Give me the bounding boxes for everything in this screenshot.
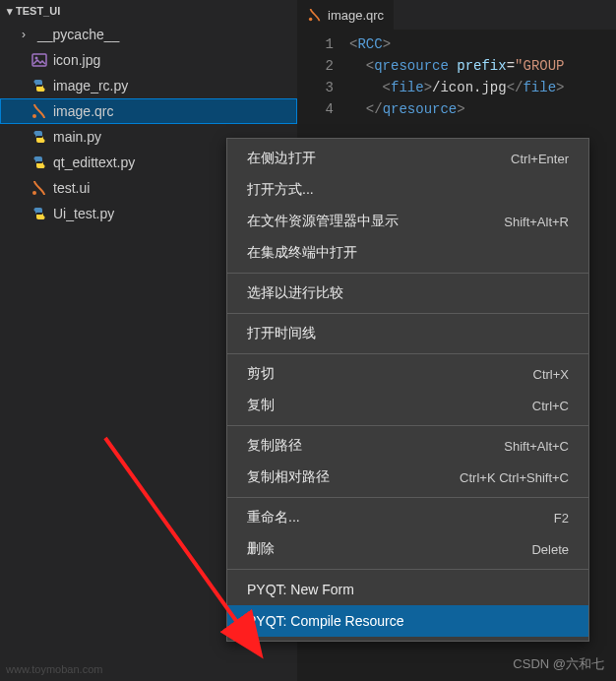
menu-shortcut: Ctrl+X <box>533 367 569 382</box>
editor-tab[interactable]: image.qrc <box>298 0 395 30</box>
file-label: image.qrc <box>53 103 113 119</box>
menu-shortcut: Ctrl+C <box>532 399 569 413</box>
file-label: Ui_test.py <box>53 206 114 221</box>
python-icon <box>31 155 47 170</box>
svg-rect-0 <box>32 54 46 66</box>
xml-icon <box>31 180 47 196</box>
menu-item[interactable]: 在文件资源管理器中显示Shift+Alt+R <box>227 206 588 237</box>
menu-item[interactable]: 重命名...F2 <box>227 502 588 533</box>
menu-item[interactable]: 在侧边打开Ctrl+Enter <box>227 143 588 174</box>
svg-point-3 <box>32 191 36 195</box>
menu-item[interactable]: 选择以进行比较 <box>227 278 588 309</box>
file-label: icon.jpg <box>53 52 100 68</box>
file-label: main.py <box>53 129 101 145</box>
menu-label: PYQT: Compile Resource <box>247 613 404 629</box>
code-line[interactable]: <qresource prefix="GROUP <box>349 55 616 77</box>
menu-item[interactable]: 复制相对路径Ctrl+K Ctrl+Shift+C <box>227 462 588 493</box>
file-label: test.ui <box>53 180 90 196</box>
file-label: __pycache__ <box>37 27 119 42</box>
line-number: 4 <box>298 98 334 120</box>
file-item[interactable]: icon.jpg <box>0 47 297 73</box>
menu-item[interactable]: PYQT: New Form <box>227 574 588 605</box>
menu-label: 剪切 <box>247 365 275 383</box>
menu-separator <box>227 313 588 314</box>
menu-label: 在侧边打开 <box>247 150 316 167</box>
chevron-right-icon: › <box>16 27 31 42</box>
folder-item[interactable]: ›__pycache__ <box>0 22 297 47</box>
menu-separator <box>227 497 588 498</box>
file-item[interactable]: image_rc.py <box>0 73 297 98</box>
svg-point-4 <box>309 18 313 22</box>
menu-shortcut: Shift+Alt+R <box>504 215 569 229</box>
watermark-text: www.toymoban.com <box>6 663 102 675</box>
file-item[interactable]: image.qrc <box>0 98 297 124</box>
menu-label: 选择以进行比较 <box>247 284 343 302</box>
code-line[interactable]: </qresource> <box>349 98 616 120</box>
menu-label: 打开方式... <box>247 181 314 199</box>
code-line[interactable]: <RCC> <box>349 33 616 55</box>
menu-shortcut: Shift+Alt+C <box>504 439 569 454</box>
menu-separator <box>227 353 588 354</box>
context-menu: 在侧边打开Ctrl+Enter打开方式...在文件资源管理器中显示Shift+A… <box>226 138 589 642</box>
line-number: 2 <box>298 55 334 77</box>
menu-separator <box>227 569 588 570</box>
python-icon <box>31 129 47 145</box>
menu-item[interactable]: 打开方式... <box>227 174 588 206</box>
xml-icon <box>308 8 322 22</box>
tab-label: image.qrc <box>328 8 384 23</box>
tab-bar: image.qrc <box>298 0 616 30</box>
menu-shortcut: F2 <box>554 511 569 526</box>
watermark-text: CSDN @六和七 <box>513 655 604 673</box>
chevron-down-icon: ▾ <box>4 5 16 18</box>
menu-label: 重命名... <box>247 509 300 526</box>
xml-icon <box>31 103 47 119</box>
svg-point-2 <box>32 114 36 118</box>
image-icon <box>31 52 47 68</box>
explorer-header[interactable]: ▾ TEST_UI <box>0 0 297 22</box>
menu-label: PYQT: New Form <box>247 582 354 597</box>
menu-item[interactable]: 复制Ctrl+C <box>227 390 588 421</box>
code-line[interactable]: <file>/icon.jpg</file> <box>349 77 616 98</box>
menu-separator <box>227 273 588 274</box>
menu-label: 打开时间线 <box>247 325 316 342</box>
menu-shortcut: Ctrl+K Ctrl+Shift+C <box>460 470 569 485</box>
menu-item[interactable]: 删除Delete <box>227 533 588 565</box>
file-label: image_rc.py <box>53 78 128 93</box>
menu-item[interactable]: 剪切Ctrl+X <box>227 358 588 390</box>
menu-separator <box>227 425 588 426</box>
menu-item[interactable]: 在集成终端中打开 <box>227 237 588 269</box>
python-icon <box>31 206 47 221</box>
file-label: qt_edittext.py <box>53 155 135 170</box>
menu-label: 在文件资源管理器中显示 <box>247 213 399 230</box>
python-icon <box>31 78 47 93</box>
menu-label: 删除 <box>247 540 275 558</box>
menu-label: 复制 <box>247 397 275 414</box>
line-number: 3 <box>298 77 334 98</box>
line-number: 1 <box>298 33 334 55</box>
menu-item[interactable]: 复制路径Shift+Alt+C <box>227 430 588 462</box>
project-title: TEST_UI <box>16 5 60 17</box>
menu-shortcut: Ctrl+Enter <box>511 152 569 166</box>
menu-shortcut: Delete <box>531 542 569 557</box>
menu-label: 在集成终端中打开 <box>247 244 357 262</box>
menu-item[interactable]: 打开时间线 <box>227 318 588 349</box>
menu-item[interactable]: PYQT: Compile Resource <box>227 605 588 637</box>
menu-label: 复制路径 <box>247 437 302 455</box>
menu-label: 复制相对路径 <box>247 468 330 486</box>
